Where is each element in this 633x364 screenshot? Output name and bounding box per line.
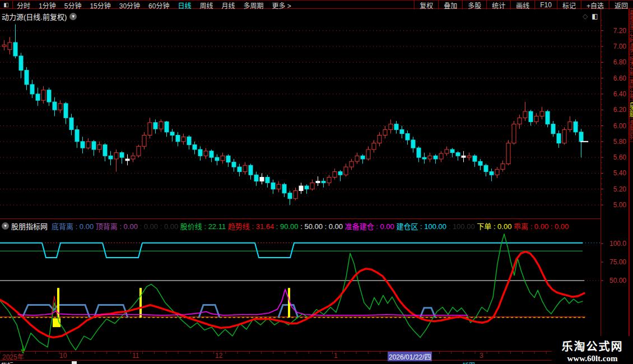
action-item-7[interactable]: +自选	[581, 1, 609, 10]
clipped-cyan-fragment: 插图	[463, 361, 475, 364]
axis-bottom-border	[0, 360, 629, 361]
action-item-0[interactable]: 复权	[414, 1, 438, 10]
price-tick-label: 6.60	[603, 74, 626, 82]
diamond-icon[interactable]: ◇	[583, 12, 588, 20]
price-gridlines	[0, 20, 603, 205]
indicator-field-7: : 50.00	[300, 222, 324, 231]
action-item-3[interactable]: 统计	[486, 1, 510, 10]
sidebar-strip-item-3[interactable]: 筹码分布	[630, 78, 633, 101]
sidebar-strip-item-5[interactable]: 多股同列	[630, 119, 633, 142]
page-title: 动力源(日线.前复权)	[2, 11, 67, 22]
date-tick-label: 2025年	[2, 352, 24, 361]
indicator-tick-label: 75.00	[603, 258, 626, 266]
indicator-values: 底背离 : 0.00 顶背离 : 0.00 : 0.00 : 0.00 股价线 …	[52, 221, 569, 231]
indicator-pane	[0, 234, 603, 353]
sidebar-strip-item-2[interactable]: 技术分析	[630, 55, 633, 78]
indicator-name[interactable]: 股朋指标网	[11, 221, 48, 231]
clipped-bottom-row: 指标 插图	[0, 361, 633, 364]
date-tick-label: 12	[215, 352, 222, 360]
watermark: 乐淘公式网 www.60lt.com	[552, 336, 633, 364]
period-item-5[interactable]: 60分钟	[148, 1, 169, 10]
collapse-chevron-icon[interactable]: ▾	[2, 222, 9, 230]
indicator-field-12: 下单 : 0.00	[477, 222, 514, 231]
indicator-field-3: : 0.00	[160, 222, 180, 231]
period-item-0[interactable]: 分时	[17, 1, 30, 10]
indicator-field-13: 乖离 : 0.00 : 0.00	[514, 222, 569, 231]
top-toolbar: ◧ 分时1分钟5分钟15分钟30分钟60分钟日线周线月线多周期更多 > 复权叠加…	[0, 0, 633, 9]
sidebar-strip-item-4[interactable]: 自选股	[630, 101, 633, 119]
price-tick-label: 5.40	[603, 169, 626, 177]
price-tick-label: 6.40	[603, 90, 626, 98]
date-tick-label: 1	[334, 352, 338, 360]
date-tick-label: 11	[132, 352, 139, 360]
action-item-2[interactable]: 多股	[462, 1, 486, 10]
price-tick-label: 6.80	[603, 58, 626, 66]
panel-layout-icon[interactable]: ◧	[592, 12, 598, 20]
period-item-10[interactable]: 更多 >	[272, 1, 291, 10]
date-axis[interactable]: 2025年10111212026/01/22/四3	[0, 352, 601, 360]
signal-bar	[139, 288, 142, 318]
action-item-1[interactable]: 叠加	[438, 1, 462, 10]
action-item-4[interactable]: 画线	[510, 1, 534, 10]
sidebar-strip-item-1[interactable]: 分时走势	[630, 32, 633, 55]
indicator-field-11: : 100.00	[449, 222, 477, 231]
period-item-2[interactable]: 5分钟	[64, 1, 82, 10]
chart-corner-icons: ◇ ◧	[583, 12, 598, 20]
indicator-field-9: 准备建仓 : 0.00	[345, 222, 397, 231]
indicator-tick-label: 100.0	[603, 240, 626, 248]
action-item-5[interactable]: F10	[534, 1, 557, 10]
watermark-title: 乐淘公式网	[552, 338, 633, 354]
date-tick-label: 3	[480, 352, 483, 360]
chart-title-row[interactable]: 动力源(日线.前复权) ▾	[2, 11, 77, 22]
indicator-header: ▾ 股朋指标网 底背离 : 0.00 顶背离 : 0.00 : 0.00 : 0…	[0, 219, 601, 233]
indicator-field-6: : 90.00	[276, 222, 300, 231]
indicator-tick-label: 50.00	[603, 277, 626, 284]
price-tick-label: 6.20	[603, 106, 626, 114]
period-item-7[interactable]: 周线	[199, 1, 213, 10]
price-tick-label: 7.20	[603, 27, 626, 35]
indicator-field-5: 趋势线 : 31.64	[228, 222, 276, 231]
period-item-6[interactable]: 日线	[178, 1, 191, 10]
indicator-field-0: 底背离 : 0.00	[52, 222, 96, 231]
upper-band-line	[0, 243, 583, 258]
action-item-8[interactable]: 返回	[609, 1, 633, 10]
candles	[2, 24, 583, 205]
price-tick-label: 7.00	[603, 43, 626, 50]
period-item-1[interactable]: 1分钟	[39, 1, 56, 10]
clipped-box-fragment	[72, 361, 77, 364]
chevron-down-icon[interactable]: ▾	[69, 13, 77, 20]
indicator-field-2: : 0.00	[140, 222, 160, 231]
right-axis-border	[601, 9, 601, 360]
period-item-4[interactable]: 30分钟	[119, 1, 140, 10]
indicator-field-8: : 0.00	[325, 222, 345, 231]
price-tick-label: 5.20	[603, 185, 626, 193]
indicator-series-1	[0, 252, 584, 338]
watermark-url: www.60lt.com	[552, 354, 633, 363]
crosshair-date-label: 2026/01/22/四	[388, 352, 432, 361]
price-tick-label: 6.00	[603, 122, 626, 130]
sidebar-strip-item-0[interactable]: 最新提示	[630, 9, 633, 32]
price-tick-label: 5.00	[603, 201, 626, 209]
period-menu: 分时1分钟5分钟15分钟30分钟60分钟日线周线月线多周期更多 >	[17, 1, 291, 10]
date-tick-label: 10	[59, 352, 67, 360]
last-price-dash	[580, 141, 588, 142]
chart-canvas	[0, 0, 633, 364]
window-split-icon[interactable]: ◧	[0, 1, 13, 9]
action-item-6[interactable]: 标记	[557, 1, 581, 10]
price-tick-label: 5.80	[603, 138, 626, 146]
app-window: ◧ 分时1分钟5分钟15分钟30分钟60分钟日线周线月线多周期更多 > 复权叠加…	[0, 0, 633, 364]
hold-zone-humps	[22, 305, 435, 318]
action-menu: 复权叠加多股统计画线F10标记+自选返回	[414, 1, 633, 10]
period-item-3[interactable]: 15分钟	[90, 1, 110, 10]
indicator-field-10: 建仓区 : 100.00	[396, 222, 448, 231]
period-item-8[interactable]: 月线	[222, 1, 235, 10]
period-item-9[interactable]: 多周期	[244, 1, 264, 10]
indicator-field-4: 股价线 : 22.11	[180, 222, 228, 231]
right-sidebar-strip[interactable]: 最新提示分时走势技术分析筹码分布自选股多股同列	[629, 9, 633, 364]
indicator-field-1: 顶背离 : 0.00	[96, 222, 140, 231]
price-tick-label: 5.60	[603, 153, 626, 161]
